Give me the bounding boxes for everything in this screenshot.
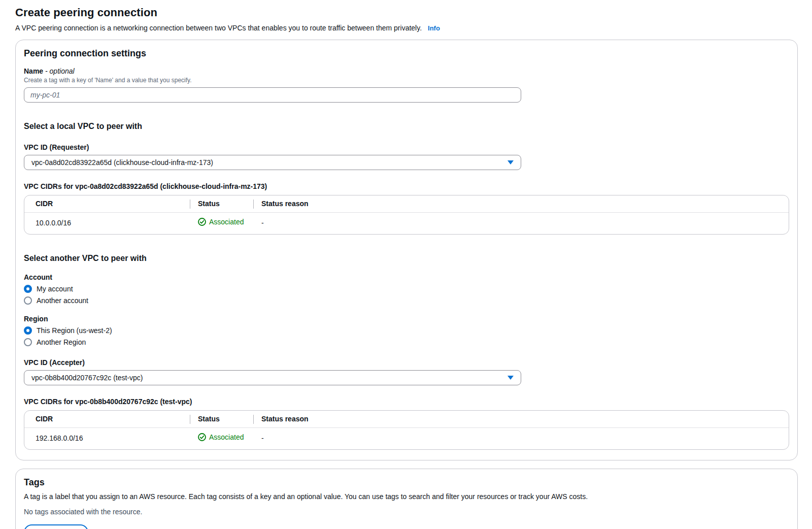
accepter-cidrs-table: CIDR Status Status reason 192.168.0.0/16 (24, 410, 789, 450)
cidr-value: 192.168.0.0/16 (24, 428, 190, 450)
requester-cidrs-label: VPC CIDRs for vpc-0a8d02cd83922a65d (cli… (24, 182, 789, 190)
name-optional-note: - optional (45, 67, 75, 75)
requester-cidrs-table: CIDR Status Status reason 10.0.0.0/16 (24, 195, 789, 235)
settings-card-title: Peering connection settings (24, 48, 789, 59)
another-vpc-heading: Select another VPC to peer with (24, 254, 789, 263)
chevron-down-icon (507, 160, 514, 164)
radio-another-account[interactable]: Another account (24, 296, 88, 305)
check-circle-icon (198, 433, 206, 441)
status-badge: Associated (198, 433, 244, 441)
create-peering-connection-page: Create peering connection A VPC peering … (0, 0, 812, 529)
chevron-down-icon (507, 376, 514, 380)
vpc-id-accepter-value: vpc-0b8b400d20767c92c (test-vpc) (31, 374, 143, 382)
status-reason-value: - (253, 428, 789, 450)
check-circle-icon (198, 218, 206, 226)
table-header-row: CIDR Status Status reason (24, 411, 789, 428)
radio-another-region-label: Another Region (37, 338, 86, 346)
peering-connection-settings-card: Peering connection settings Name - optio… (15, 40, 798, 460)
table-row: 192.168.0.0/16 Associated - (24, 428, 789, 450)
name-field-label: Name - optional (24, 67, 789, 75)
tags-card: Tags A tag is a label that you assign to… (15, 469, 798, 529)
column-header-status-reason: Status reason (253, 411, 789, 428)
vpc-id-accepter-label: VPC ID (Accepter) (24, 358, 789, 367)
name-field-help: Create a tag with a key of 'Name' and a … (24, 77, 789, 84)
status-cell: Associated (190, 213, 253, 235)
radio-another-account-label: Another account (37, 296, 88, 305)
vpc-id-requester-label: VPC ID (Requester) (24, 143, 789, 151)
status-badge: Associated (198, 218, 244, 226)
name-input[interactable] (24, 87, 521, 103)
column-header-status-reason: Status reason (253, 195, 789, 213)
account-group-label: Account (24, 273, 789, 281)
accepter-cidrs-label: VPC CIDRs for vpc-0b8b400d20767c92c (tes… (24, 398, 789, 406)
radio-this-region-label: This Region (us-west-2) (37, 326, 112, 335)
tags-card-title: Tags (24, 477, 789, 488)
tags-description: A tag is a label that you assign to an A… (24, 492, 789, 501)
vpc-id-requester-select[interactable]: vpc-0a8d02cd83922a65d (clickhouse-cloud-… (24, 155, 521, 170)
page-title: Create peering connection (15, 6, 798, 19)
tags-empty-text: No tags associated with the resource. (24, 508, 789, 516)
info-link[interactable]: Info (428, 24, 440, 32)
radio-my-account[interactable]: My account (24, 285, 73, 293)
status-cell: Associated (190, 428, 253, 450)
status-text: Associated (209, 433, 244, 441)
radio-another-region[interactable]: Another Region (24, 338, 86, 346)
radio-unselected-icon (24, 296, 32, 305)
table-row: 10.0.0.0/16 Associated - (24, 213, 789, 235)
radio-selected-icon (24, 326, 32, 335)
column-header-cidr: CIDR (24, 411, 190, 428)
status-reason-value: - (253, 213, 789, 235)
status-text: Associated (209, 218, 244, 226)
name-field-group: Name - optional Create a tag with a key … (24, 67, 789, 103)
cidr-value: 10.0.0.0/16 (24, 213, 190, 235)
radio-my-account-label: My account (37, 285, 73, 293)
radio-selected-icon (24, 285, 32, 293)
table-header-row: CIDR Status Status reason (24, 195, 789, 213)
column-header-status: Status (190, 195, 253, 213)
column-header-cidr: CIDR (24, 195, 190, 213)
page-description: A VPC peering connection is a networking… (15, 24, 798, 32)
add-new-tag-button[interactable]: Add new tag (24, 524, 88, 529)
vpc-id-accepter-select[interactable]: vpc-0b8b400d20767c92c (test-vpc) (24, 370, 521, 385)
vpc-id-requester-value: vpc-0a8d02cd83922a65d (clickhouse-cloud-… (31, 158, 213, 167)
radio-this-region[interactable]: This Region (us-west-2) (24, 326, 112, 335)
region-group-label: Region (24, 315, 789, 323)
local-vpc-heading: Select a local VPC to peer with (24, 122, 789, 131)
radio-unselected-icon (24, 338, 32, 346)
column-header-status: Status (190, 411, 253, 428)
page-description-text: A VPC peering connection is a networking… (15, 24, 422, 32)
